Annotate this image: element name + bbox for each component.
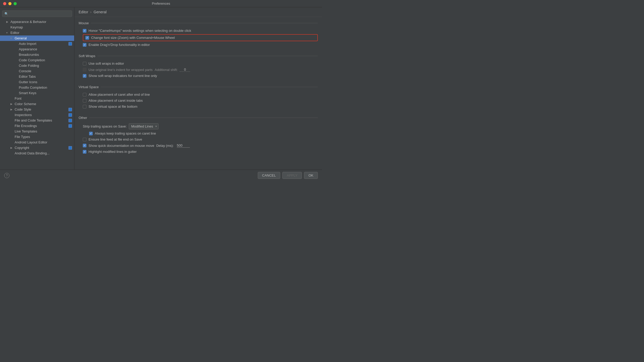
sidebar-item-label: Copyright xyxy=(15,146,29,150)
virtual-space-section: Virtual Space Allow placement of caret a… xyxy=(74,81,322,112)
sidebar-item-file-and-code-templates[interactable]: ▶ File and Code Templates 👤 xyxy=(0,118,74,123)
keep-trailing-spaces-label: Always keep trailing spaces on caret lin… xyxy=(95,131,156,135)
caret-inside-tabs-row: Allow placement of caret inside tabs xyxy=(79,98,318,104)
sidebar-item-label: Auto Import xyxy=(19,42,36,46)
sidebar-item-label: Font xyxy=(15,96,21,100)
ensure-line-feed-checkbox[interactable] xyxy=(83,138,86,141)
strip-trailing-label: Strip trailing spaces on Save: xyxy=(83,124,127,128)
apply-button[interactable]: APPLY xyxy=(282,172,302,179)
sidebar: 🔍 ▶ Appearance & Behavior ▶ Keymap ▾ Edi… xyxy=(0,7,74,170)
badge-icon: 👤 xyxy=(68,119,72,122)
sidebar-item-code-folding[interactable]: ▶ Code Folding xyxy=(0,63,74,68)
sidebar-item-appearance-behavior[interactable]: ▶ Appearance & Behavior xyxy=(0,19,74,25)
maximize-button[interactable] xyxy=(14,2,17,5)
virtual-space-bottom-row: Show virtual space at file bottom xyxy=(79,104,318,110)
sidebar-item-android-layout-editor[interactable]: ▶ Android Layout Editor xyxy=(0,140,74,145)
sidebar-item-file-encodings[interactable]: ▶ File Encodings 👤 xyxy=(0,123,74,129)
virtual-space-divider: Virtual Space xyxy=(79,85,318,89)
chevron-right-icon: ▶ xyxy=(10,102,14,105)
sidebar-item-label: Appearance xyxy=(19,47,37,51)
sidebar-item-auto-import[interactable]: ▶ Auto Import 👤 xyxy=(0,41,74,46)
additional-shift-input[interactable] xyxy=(180,68,190,72)
strip-trailing-row: Strip trailing spaces on Save: None All … xyxy=(79,122,318,130)
strip-trailing-select[interactable]: None All Modified Lines xyxy=(129,123,159,129)
other-section: Other Strip trailing spaces on Save: Non… xyxy=(74,112,322,157)
sidebar-item-console[interactable]: ▶ Console xyxy=(0,68,74,74)
search-box[interactable]: 🔍 xyxy=(2,10,72,17)
search-input[interactable] xyxy=(10,12,70,16)
sidebar-item-label: Postfix Completion xyxy=(19,86,47,89)
sidebar-item-editor-tabs[interactable]: ▶ Editor Tabs xyxy=(0,74,74,79)
title-bar: Preferences xyxy=(0,0,322,7)
sidebar-item-code-style[interactable]: ▶ Code Style 👤 xyxy=(0,107,74,112)
sidebar-item-inspections[interactable]: ▶ Inspections 👤 xyxy=(0,112,74,118)
sidebar-item-keymap[interactable]: ▶ Keymap xyxy=(0,25,74,30)
other-label: Other xyxy=(79,116,87,120)
camel-humps-row: Honor "CamelHumps" words settings when s… xyxy=(79,28,318,34)
sidebar-item-postfix-completion[interactable]: ▶ Postfix Completion xyxy=(0,85,74,90)
wrap-indicators-label: Show soft wrap indicators for current li… xyxy=(89,74,157,78)
drag-drop-checkbox[interactable] xyxy=(83,43,86,47)
other-divider: Other xyxy=(79,116,318,120)
sidebar-item-file-types[interactable]: ▶ File Types xyxy=(0,134,74,140)
minimize-button[interactable] xyxy=(8,2,11,5)
footer-left: ? xyxy=(4,173,9,178)
sidebar-item-label: Inspections xyxy=(15,113,32,117)
soft-wraps-label: Soft Wraps xyxy=(79,54,95,58)
camel-humps-label: Honor "CamelHumps" words settings when s… xyxy=(89,29,191,33)
help-button[interactable]: ? xyxy=(4,173,9,178)
keep-trailing-spaces-row: Always keep trailing spaces on caret lin… xyxy=(79,130,318,136)
sidebar-item-live-templates[interactable]: ▶ Live Templates xyxy=(0,129,74,134)
sidebar-item-color-scheme[interactable]: ▶ Color Scheme xyxy=(0,101,74,107)
caret-inside-tabs-checkbox[interactable] xyxy=(83,99,86,102)
breadcrumb-separator: › xyxy=(90,10,92,14)
sidebar-item-label: File Encodings xyxy=(15,124,37,128)
sidebar-item-label: Editor Tabs xyxy=(19,75,36,79)
caret-after-eol-checkbox[interactable] xyxy=(83,93,86,96)
camel-humps-checkbox[interactable] xyxy=(83,29,86,33)
sidebar-item-editor[interactable]: ▾ Editor xyxy=(0,30,74,35)
main-content: 🔍 ▶ Appearance & Behavior ▶ Keymap ▾ Edi… xyxy=(0,7,322,170)
sidebar-item-label: Console xyxy=(19,69,31,73)
quick-doc-label: Show quick documentation on mouse move xyxy=(89,144,154,148)
keep-trailing-spaces-checkbox[interactable] xyxy=(89,132,93,135)
drag-drop-row: Enable Drag'n'Drop functionality in edit… xyxy=(79,42,318,48)
sidebar-item-code-completion[interactable]: ▶ Code Completion xyxy=(0,57,74,63)
close-button[interactable] xyxy=(3,2,6,5)
highlight-modified-row: Highlight modified lines in gutter xyxy=(79,149,318,155)
sidebar-item-label: Breadcrumbs xyxy=(19,53,39,57)
sidebar-item-smart-keys[interactable]: ▶ Smart Keys xyxy=(0,90,74,96)
sidebar-item-copyright[interactable]: ▶ Copyright 👤 xyxy=(0,145,74,150)
delay-input[interactable] xyxy=(177,143,190,148)
wrap-indicators-checkbox[interactable] xyxy=(83,74,86,78)
chevron-right-icon: ▶ xyxy=(10,108,14,111)
sidebar-item-breadcrumbs[interactable]: ▶ Breadcrumbs xyxy=(0,52,74,57)
divider-line xyxy=(101,87,318,87)
ok-button[interactable]: OK xyxy=(304,172,318,179)
cancel-button[interactable]: CANCEL xyxy=(258,172,280,179)
breadcrumb: Editor › General xyxy=(74,7,322,17)
quick-doc-checkbox[interactable] xyxy=(83,144,86,147)
highlight-modified-checkbox[interactable] xyxy=(83,150,86,154)
virtual-space-label: Virtual Space xyxy=(79,85,99,89)
zoom-with-mouse-label: Change font size (Zoom) with Command+Mou… xyxy=(91,36,175,40)
caret-after-eol-row: Allow placement of caret after end of li… xyxy=(79,92,318,98)
caret-inside-tabs-label: Allow placement of caret inside tabs xyxy=(89,99,143,102)
sidebar-item-android-data-binding[interactable]: ▶ Android Data Binding... xyxy=(0,150,74,156)
virtual-space-bottom-checkbox[interactable] xyxy=(83,105,86,108)
chevron-down-icon: ▾ xyxy=(6,31,9,34)
sidebar-item-font[interactable]: ▶ Font xyxy=(0,96,74,101)
use-soft-wraps-checkbox[interactable] xyxy=(83,62,86,65)
sidebar-item-gutter-icons[interactable]: ▶ Gutter Icons xyxy=(0,79,74,85)
sidebar-item-label: Android Layout Editor xyxy=(15,140,47,144)
breadcrumb-part1: Editor xyxy=(79,10,88,14)
window-title: Preferences xyxy=(152,2,170,5)
sidebar-item-label: Color Scheme xyxy=(15,102,36,106)
sidebar-item-label: Smart Keys xyxy=(19,91,36,95)
additional-shift-label: Additional shift: xyxy=(155,68,178,72)
sidebar-item-appearance[interactable]: ▶ Appearance xyxy=(0,46,74,52)
original-indent-checkbox[interactable] xyxy=(83,68,86,71)
sidebar-item-general[interactable]: ▾ General xyxy=(0,35,74,41)
sidebar-item-label: Android Data Binding... xyxy=(15,151,50,155)
zoom-with-mouse-checkbox[interactable] xyxy=(85,36,89,40)
